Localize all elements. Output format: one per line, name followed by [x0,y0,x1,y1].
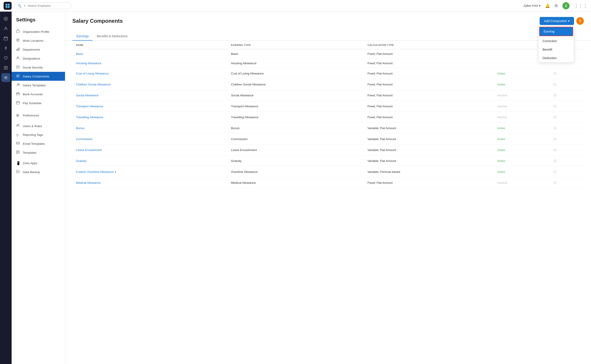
dropdown-item-deduction[interactable]: Deduction [538,54,574,62]
cell-name[interactable]: Bonus [72,123,227,134]
sidebar-item-designations[interactable]: Designations [12,54,65,63]
remove-icon[interactable]: ⊖ [553,148,557,152]
cell-name[interactable]: Medical Allowance [72,177,227,188]
cell-earning-type: Gratuity [227,156,364,166]
sidebar-icon-people[interactable] [1,24,10,33]
remove-icon[interactable]: ⊖ [553,137,557,141]
sidebar-item-templates[interactable]: Templates [12,148,65,157]
component-name-link[interactable]: Commission [76,137,93,141]
cell-name[interactable]: Commission [72,134,227,144]
sidebar-item-organization-profile[interactable]: Organization Profile [12,27,65,36]
component-name-link[interactable]: Transport Allowance [76,105,103,108]
component-name-link[interactable]: Housing Allowance [76,62,101,65]
cell-earning-type: Commission [227,134,364,144]
sidebar-item-data-backup[interactable]: Data Backup [12,168,65,176]
settings-title: Settings [12,17,65,27]
sidebar-icon-payroll[interactable] [1,44,10,53]
dropdown-item-correction[interactable]: Correction [538,37,574,45]
cell-name[interactable]: Gratuity [72,156,227,166]
remove-icon[interactable]: ⊖ [553,82,557,86]
sidebar-icon-dashboard[interactable] [1,14,10,23]
sidebar-item-salary-components[interactable]: Salary Components [12,72,65,81]
sidebar-label: Reporting Tags [23,133,43,136]
remove-icon[interactable]: ⊖ [553,115,557,119]
sidebar-item-zoho-apps[interactable]: 📱 Zoho Apps [12,159,65,168]
sidebar-item-pay-schedule[interactable]: Pay Schedule [12,99,65,108]
sidebar-label: Data Backup [23,170,40,174]
cell-name[interactable]: Transport Allowance [72,101,227,112]
cell-action: ⊖ [550,101,584,112]
cell-calculation-type: Fixed; Flat Amount [364,112,494,123]
cell-calculation-type: Variable; Flat Amount [364,156,494,166]
cell-name[interactable]: Travelling Allowance [72,112,227,123]
org-name[interactable]: Zylker KSA ▾ [524,4,541,7]
sidebar-icon-calendar[interactable] [1,34,10,43]
remove-icon[interactable]: ⊖ [553,126,557,130]
component-name-link[interactable]: Basic [76,52,83,56]
sidebar-item-preferences[interactable]: ⚙ Preferences [12,111,65,120]
sidebar-item-bank-accounts[interactable]: Bank Accounts [12,90,65,99]
component-name-link[interactable]: Gratuity [76,159,87,162]
sidebar-item-email-templates[interactable]: Email Templates [12,139,65,148]
search-bar[interactable]: 🔍 ▼ [14,2,71,9]
cell-status: Inactive [494,101,550,112]
notification-icon[interactable]: 🔔 [545,3,550,8]
sidebar-item-reporting-tags[interactable]: ◇ Reporting Tags [12,130,65,139]
component-name-link[interactable]: Travelling Allowance [76,116,103,119]
tab-earnings[interactable]: Earnings [72,32,93,41]
dropdown-item-earning[interactable]: Earning [539,27,573,36]
add-component-button[interactable]: Add Component ▾ [540,17,574,25]
cell-name[interactable]: Cost of Living Allowance [72,68,227,79]
grid-icon[interactable]: ⋮⋮⋮ [574,3,587,8]
cell-name[interactable]: Social Allowance [72,90,227,101]
avatar[interactable]: Z [562,2,570,9]
page-title: Salary Components [72,18,123,24]
status-badge-inactive: Inactive [497,116,507,119]
status-badge-active: Active [497,126,505,130]
cell-status: Active [494,134,550,144]
sidebar-item-work-locations[interactable]: Work Locations [12,36,65,45]
remove-icon[interactable]: ⊖ [553,93,557,98]
component-name-link[interactable]: Custom Overtime Allowance 1 [76,170,116,174]
help-button[interactable]: ? [576,17,584,25]
svg-rect-1 [8,4,10,6]
search-dropdown-arrow[interactable]: ▼ [23,4,26,7]
remove-icon[interactable]: ⊖ [553,169,557,174]
svg-rect-10 [16,30,20,32]
svg-point-23 [18,124,19,125]
table-row: Leave EncashmentLeave EncashmentVariable… [72,144,584,156]
component-name-link[interactable]: Leave Encashment [76,148,102,152]
component-name-link[interactable]: Medical Allowance [76,181,101,184]
sidebar-icon-reports[interactable] [1,63,10,72]
svg-point-19 [17,84,19,85]
svg-rect-2 [6,6,7,8]
component-name-link[interactable]: Cost of Living Allowance [76,72,108,75]
table-row: Children Social AllowanceChildren Social… [72,79,584,90]
cell-name[interactable]: Housing Allowance [72,59,227,68]
settings-icon[interactable]: ⚙ [554,3,558,8]
cell-name[interactable]: Custom Overtime Allowance 1 [72,166,227,177]
sidebar-icon-benefits[interactable] [1,53,10,62]
main-content: Salary Components Add Component ▾ Earnin… [65,12,591,364]
remove-icon[interactable]: ⊖ [553,71,557,76]
cell-name[interactable]: Leave Encashment [72,144,227,156]
component-name-link[interactable]: Children Social Allowance [76,83,111,86]
sidebar-icon-settings[interactable] [1,73,10,82]
component-name-link[interactable]: Bonus [76,126,84,130]
cell-name[interactable]: Basic [72,49,227,59]
remove-icon[interactable]: ⊖ [553,104,557,108]
remove-icon[interactable]: ⊖ [553,159,557,163]
sidebar-item-departments[interactable]: Departments [12,45,65,54]
tab-benefits-deductions[interactable]: Benefits & Deductions [93,32,132,41]
sidebar-item-users-roles[interactable]: Users & Roles [12,122,65,130]
search-input[interactable] [28,4,68,7]
col-header-earning-type: EARNING TYPE [227,41,364,49]
component-name-link[interactable]: Social Allowance [76,94,99,97]
svg-rect-24 [16,142,20,144]
sidebar-item-social-security[interactable]: Social Security [12,63,65,72]
cell-name[interactable]: Children Social Allowance [72,79,227,90]
cell-status: Inactive [494,177,550,188]
sidebar-item-salary-templates[interactable]: Salary Templates [12,81,65,90]
remove-icon[interactable]: ⊖ [553,181,557,185]
dropdown-item-benefit[interactable]: Benefit [538,45,574,54]
